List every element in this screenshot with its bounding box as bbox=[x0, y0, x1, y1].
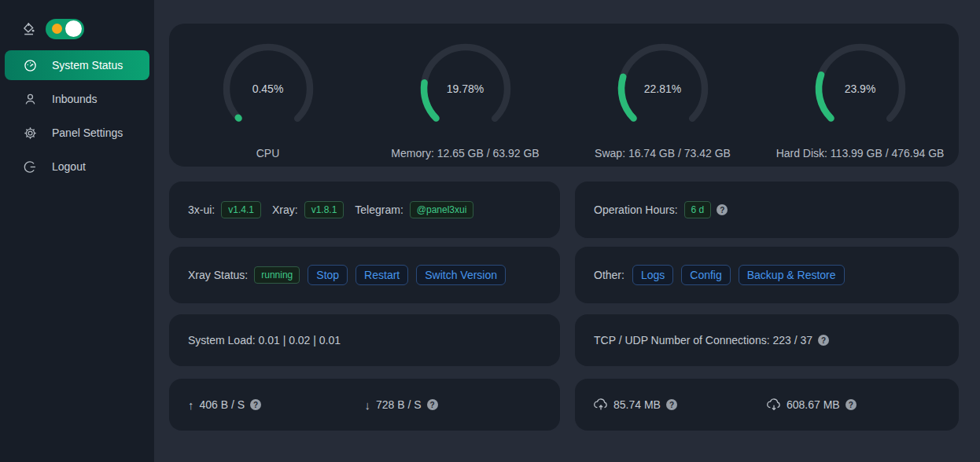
upload-speed: ↑ 406 B / S ? bbox=[188, 398, 365, 412]
question-circle-icon[interactable]: ? bbox=[427, 399, 438, 410]
total-received-value: 608.67 MB bbox=[787, 398, 840, 411]
arrow-up-icon: ↑ bbox=[188, 398, 194, 412]
toggle-knob bbox=[65, 20, 82, 37]
arrow-down-icon: ↓ bbox=[365, 398, 371, 412]
cloud-download-icon bbox=[767, 398, 781, 411]
stop-button[interactable]: Stop bbox=[308, 265, 348, 285]
disk-percent: 23.9% bbox=[812, 41, 908, 137]
gauge-cpu: 0.45% CPU bbox=[169, 24, 367, 167]
question-circle-icon[interactable]: ? bbox=[717, 204, 728, 215]
logs-button[interactable]: Logs bbox=[632, 265, 673, 285]
swap-percent: 22.81% bbox=[615, 41, 711, 137]
gear-icon bbox=[24, 126, 37, 140]
download-speed: ↓ 728 B / S ? bbox=[365, 398, 542, 412]
disk-label: Hard Disk: 113.99 GB / 476.94 GB bbox=[776, 147, 945, 160]
main-content: 0.45% CPU 19.78% Memory: 12.65 GB / 63.9… bbox=[154, 0, 980, 462]
theme-paint-icon bbox=[22, 22, 35, 35]
system-load-text: System Load: 0.01 | 0.02 | 0.01 bbox=[188, 334, 341, 346]
xray-version-label: Xray: bbox=[272, 204, 298, 216]
xray-version-tag: v1.8.1 bbox=[304, 201, 344, 218]
upload-speed-value: 406 B / S bbox=[200, 398, 245, 411]
question-circle-icon[interactable]: ? bbox=[250, 399, 261, 410]
total-sent-value: 85.74 MB bbox=[613, 398, 661, 411]
connections-card: TCP / UDP Number of Connections: 223 / 3… bbox=[575, 314, 959, 366]
switch-version-button[interactable]: Switch Version bbox=[416, 265, 506, 285]
sidebar-item-label: Panel Settings bbox=[52, 126, 123, 139]
sidebar-nav: System Status Inbounds bbox=[0, 50, 154, 182]
cloud-upload-icon bbox=[594, 398, 608, 411]
connections-text: TCP / UDP Number of Connections: 223 / 3… bbox=[594, 334, 812, 346]
memory-percent: 19.78% bbox=[418, 41, 514, 137]
sidebar-item-label: System Status bbox=[52, 59, 123, 72]
resource-gauges-card: 0.45% CPU 19.78% Memory: 12.65 GB / 63.9… bbox=[169, 24, 959, 167]
cpu-gauge-ring: 0.45% bbox=[220, 41, 316, 137]
gauge-disk: 23.9% Hard Disk: 113.99 GB / 476.94 GB bbox=[761, 24, 959, 167]
config-button[interactable]: Config bbox=[681, 265, 730, 285]
sidebar-header bbox=[0, 0, 154, 44]
network-speed-card: ↑ 406 B / S ? ↓ 728 B / S ? bbox=[169, 379, 560, 431]
other-label: Other: bbox=[594, 269, 624, 281]
other-actions-card: Other: Logs Config Backup & Restore bbox=[575, 247, 959, 303]
sidebar-item-label: Logout bbox=[52, 160, 86, 173]
swap-label: Swap: 16.74 GB / 73.42 GB bbox=[595, 147, 731, 160]
dashboard-icon bbox=[24, 59, 37, 72]
backup-restore-button[interactable]: Backup & Restore bbox=[739, 265, 845, 285]
sidebar-item-label: Inbounds bbox=[52, 93, 98, 105]
total-received: 608.67 MB ? bbox=[767, 398, 940, 411]
sidebar-item-system-status[interactable]: System Status bbox=[5, 50, 149, 80]
telegram-label: Telegram: bbox=[355, 204, 403, 216]
sidebar: System Status Inbounds bbox=[0, 0, 154, 462]
user-icon bbox=[24, 93, 37, 106]
sidebar-item-inbounds[interactable]: Inbounds bbox=[5, 84, 149, 114]
sidebar-item-logout[interactable]: Logout bbox=[5, 152, 149, 182]
memory-label: Memory: 12.65 GB / 63.92 GB bbox=[391, 147, 539, 160]
question-circle-icon[interactable]: ? bbox=[818, 335, 829, 346]
total-sent: 85.74 MB ? bbox=[594, 398, 767, 411]
memory-gauge-ring: 19.78% bbox=[418, 41, 514, 137]
xray-status-label: Xray Status: bbox=[188, 269, 248, 281]
operation-hours-tag: 6 d bbox=[684, 201, 712, 218]
question-circle-icon[interactable]: ? bbox=[846, 399, 857, 410]
download-speed-value: 728 B / S bbox=[376, 398, 422, 411]
disk-gauge-ring: 23.9% bbox=[812, 41, 908, 137]
xray-status-tag: running bbox=[254, 266, 300, 284]
sidebar-item-panel-settings[interactable]: Panel Settings bbox=[5, 118, 149, 148]
logout-icon bbox=[24, 160, 37, 174]
ui-version-tag: v1.4.1 bbox=[221, 201, 261, 218]
cpu-label: CPU bbox=[256, 147, 280, 160]
versions-card: 3x-ui: v1.4.1 Xray: v1.8.1 Telegram: @pa… bbox=[169, 182, 560, 238]
xray-status-card: Xray Status: running Stop Restart Switch… bbox=[169, 247, 560, 303]
gauge-swap: 22.81% Swap: 16.74 GB / 73.42 GB bbox=[564, 24, 761, 167]
telegram-handle-tag[interactable]: @panel3xui bbox=[410, 201, 474, 218]
system-load-card: System Load: 0.01 | 0.02 | 0.01 bbox=[169, 314, 560, 366]
gauge-memory: 19.78% Memory: 12.65 GB / 63.92 GB bbox=[367, 24, 564, 167]
cpu-percent: 0.45% bbox=[220, 41, 316, 137]
question-circle-icon[interactable]: ? bbox=[666, 399, 677, 410]
restart-button[interactable]: Restart bbox=[356, 265, 408, 285]
swap-gauge-ring: 22.81% bbox=[615, 41, 711, 137]
theme-toggle[interactable] bbox=[46, 19, 84, 39]
operation-hours-card: Operation Hours: 6 d ? bbox=[575, 182, 959, 238]
ui-version-label: 3x-ui: bbox=[188, 204, 215, 216]
total-traffic-card: 85.74 MB ? 608.67 MB ? bbox=[575, 379, 959, 431]
operation-hours-label: Operation Hours: bbox=[594, 204, 678, 216]
sun-icon bbox=[52, 24, 62, 34]
